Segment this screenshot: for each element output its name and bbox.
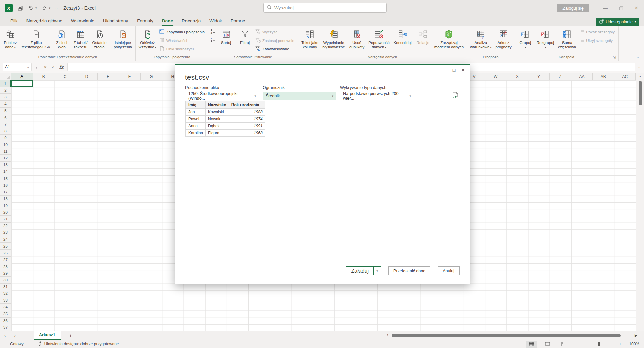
- row-header-34[interactable]: 34: [0, 304, 11, 310]
- ribbon-tab-wstawianie[interactable]: Wstawianie: [67, 16, 99, 26]
- arkusz-prognozy-button[interactable]: Arkuszprognozy: [494, 27, 513, 54]
- horizontal-scrollbar[interactable]: [392, 334, 632, 337]
- filtruj-button[interactable]: Filtruj: [236, 27, 254, 54]
- ribbon-tab-recenzja[interactable]: Recenzja: [177, 16, 205, 26]
- column-header-w[interactable]: W: [485, 73, 506, 80]
- add-sheet-button[interactable]: +: [66, 333, 76, 338]
- tabbar-resize-handle[interactable]: ⋮: [386, 331, 390, 340]
- row-header-23[interactable]: 23: [0, 229, 11, 236]
- wypełnianie-błyskawiczne-button[interactable]: Wypełnianiebłyskawiczne: [321, 27, 347, 54]
- z-tabeli-zakresu-button[interactable]: Z tabeli/zakresu: [71, 27, 90, 54]
- sign-in-button[interactable]: Zaloguj się: [557, 4, 589, 12]
- zoom-slider[interactable]: − +: [574, 342, 621, 346]
- row-header-31[interactable]: 31: [0, 284, 11, 290]
- row-header-26[interactable]: 26: [0, 250, 11, 256]
- row-header-10[interactable]: 10: [0, 141, 11, 148]
- namebox-resize-handle[interactable]: ⋮: [34, 65, 39, 70]
- zoom-out-icon[interactable]: −: [574, 342, 577, 346]
- zoom-slider-handle[interactable]: [598, 342, 600, 346]
- row-header-1[interactable]: 1: [0, 80, 11, 87]
- selected-cell-a1[interactable]: [11, 80, 33, 87]
- row-header-27[interactable]: 27: [0, 257, 11, 263]
- collapse-ribbon-icon[interactable]: ⌄: [636, 55, 639, 59]
- next-sheet-icon[interactable]: ›: [10, 333, 20, 338]
- row-header-4[interactable]: 4: [0, 101, 11, 108]
- refresh-preview-icon[interactable]: [452, 92, 459, 101]
- sortuj-button[interactable]: ZAAZSortuj: [217, 27, 235, 54]
- close-icon[interactable]: ✕: [629, 0, 644, 16]
- column-header-ac[interactable]: AC: [614, 73, 636, 80]
- column-header-e[interactable]: E: [98, 73, 119, 80]
- ogranicznik-dropdown[interactable]: Średnik▾: [263, 92, 336, 100]
- wykrywanie-typu-danych-dropdown[interactable]: Na podstawie pierwszych 200 wier...▾: [340, 92, 414, 100]
- row-header-6[interactable]: 6: [0, 114, 11, 121]
- vertical-scroll-thumb[interactable]: [639, 81, 642, 105]
- sheet-tab-arkusz1[interactable]: Arkusz1: [34, 331, 61, 340]
- ribbon-tab-narzędzia-główne[interactable]: Narzędzia główne: [22, 16, 67, 26]
- horizontal-scroll-thumb[interactable]: [392, 334, 621, 337]
- row-header-35[interactable]: 35: [0, 310, 11, 317]
- relacje-button[interactable]: Relacje: [414, 27, 432, 54]
- rozgrupuj-button[interactable]: Rozgrupuj▾: [535, 27, 556, 54]
- pobierz-dane-button[interactable]: Pobierzdane▾: [1, 27, 19, 54]
- row-header-16[interactable]: 16: [0, 182, 11, 189]
- share-button[interactable]: Udostępnianie ▾: [596, 18, 639, 26]
- normal-view-icon[interactable]: [526, 341, 537, 348]
- page-break-view-icon[interactable]: [558, 341, 570, 348]
- sort-ascending-button[interactable]: AZ: [210, 29, 216, 36]
- zoom-level[interactable]: 100%: [626, 342, 639, 346]
- row-header-33[interactable]: 33: [0, 297, 11, 304]
- transform-data-button[interactable]: Przekształć dane: [388, 266, 430, 275]
- column-header-y[interactable]: Y: [528, 73, 550, 80]
- undo-caret-icon[interactable]: ▾: [35, 6, 37, 10]
- dialog-maximize-icon[interactable]: □: [453, 67, 455, 73]
- restore-icon[interactable]: [613, 0, 629, 16]
- column-header-z[interactable]: Z: [550, 73, 571, 80]
- row-header-25[interactable]: 25: [0, 243, 11, 250]
- row-header-18[interactable]: 18: [0, 196, 11, 202]
- dialog-close-icon[interactable]: ✕: [461, 67, 465, 73]
- pochodzenie-pliku-dropdown[interactable]: 1250: Środkowoeuropejski (Windo...▾: [185, 92, 259, 100]
- minimize-icon[interactable]: —: [598, 0, 613, 16]
- ribbon-tab-formuły[interactable]: Formuły: [132, 16, 158, 26]
- row-header-37[interactable]: 37: [0, 324, 11, 331]
- row-header-9[interactable]: 9: [0, 135, 11, 141]
- cancel-button[interactable]: Anuluj: [438, 266, 460, 275]
- row-header-19[interactable]: 19: [0, 202, 11, 209]
- suma-częściowa-button[interactable]: Sumaczęściowa: [556, 27, 578, 54]
- istniejące-połączenia-button[interactable]: Istniejącepołączenia: [112, 27, 134, 54]
- row-header-24[interactable]: 24: [0, 236, 11, 243]
- row-header-3[interactable]: 3: [0, 94, 11, 100]
- row-header-2[interactable]: 2: [0, 87, 11, 94]
- zaawansowane-button[interactable]: Zaawansowane: [255, 45, 297, 53]
- row-header-8[interactable]: 8: [0, 128, 11, 135]
- column-header-a[interactable]: A: [11, 73, 33, 80]
- dialog-launcher-icon[interactable]: ⇲: [613, 56, 616, 60]
- column-header-b[interactable]: B: [33, 73, 54, 80]
- row-header-15[interactable]: 15: [0, 175, 11, 182]
- ribbon-tab-widok[interactable]: Widok: [205, 16, 226, 26]
- row-header-36[interactable]: 36: [0, 318, 11, 324]
- row-header-28[interactable]: 28: [0, 263, 11, 270]
- sort-descending-button[interactable]: ZA: [210, 37, 216, 44]
- row-header-5[interactable]: 5: [0, 108, 11, 114]
- zapytania-i-połączenia-button[interactable]: Zapytania i połączenia: [159, 28, 207, 36]
- row-header-11[interactable]: 11: [0, 148, 11, 155]
- column-header-c[interactable]: C: [54, 73, 76, 80]
- grupuj-button[interactable]: Grupuj▾: [516, 27, 534, 54]
- column-header-g[interactable]: G: [141, 73, 162, 80]
- odśwież-wszystko-button[interactable]: Odświeżwszystko▾: [137, 27, 158, 54]
- load-dropdown-icon[interactable]: ▾: [374, 266, 381, 275]
- scroll-right-icon[interactable]: ▶: [635, 333, 637, 338]
- cancel-entry-icon[interactable]: ✕: [41, 63, 49, 71]
- row-header-14[interactable]: 14: [0, 168, 11, 175]
- ribbon-tab-dane[interactable]: Dane: [158, 16, 177, 26]
- search-input[interactable]: Wyszukaj: [263, 3, 387, 13]
- ribbon-tab-układ-strony[interactable]: Układ strony: [99, 16, 132, 26]
- page-layout-view-icon[interactable]: [542, 341, 553, 348]
- row-header-13[interactable]: 13: [0, 162, 11, 168]
- row-header-30[interactable]: 30: [0, 277, 11, 283]
- z-sieci-web-button[interactable]: Z sieciWeb: [53, 27, 71, 54]
- row-header-20[interactable]: 20: [0, 209, 11, 216]
- row-header-17[interactable]: 17: [0, 189, 11, 196]
